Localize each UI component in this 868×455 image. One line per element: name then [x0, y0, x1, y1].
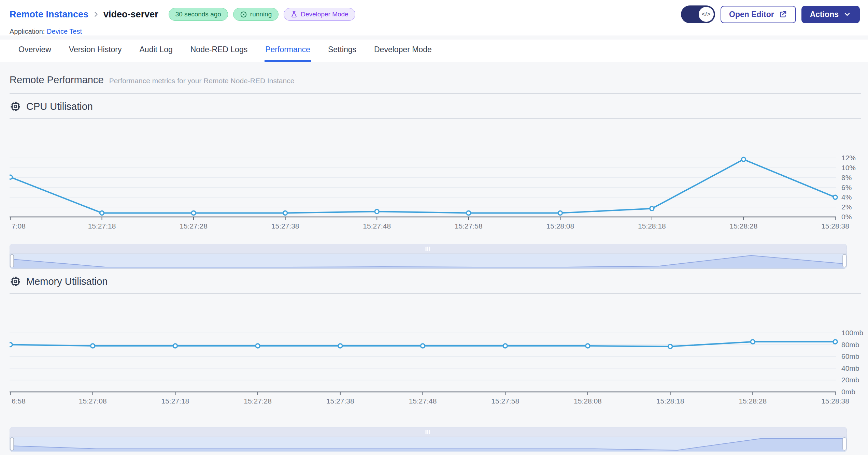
- application-link[interactable]: Device Test: [47, 28, 82, 35]
- svg-text:60mb: 60mb: [841, 352, 859, 360]
- svg-text:15:27:18: 15:27:18: [88, 222, 116, 230]
- svg-text:15:27:18: 15:27:18: [161, 397, 189, 405]
- svg-text:15:27:58: 15:27:58: [455, 222, 483, 230]
- tab-node-red-logs[interactable]: Node-RED Logs: [190, 40, 248, 62]
- tab-overview[interactable]: Overview: [18, 40, 52, 62]
- svg-text:0%: 0%: [841, 213, 852, 221]
- external-link-icon: [779, 10, 787, 19]
- tab-settings[interactable]: Settings: [327, 40, 357, 62]
- cpu-chip-icon: [10, 101, 21, 112]
- memory-section-label: Memory Utilisation: [26, 276, 108, 287]
- chevron-down-icon: [843, 10, 851, 18]
- memory-section-title: Memory Utilisation: [10, 276, 861, 287]
- cpu-section-divider: [10, 118, 861, 119]
- svg-text:80mb: 80mb: [841, 341, 859, 349]
- tab-developer-mode[interactable]: Developer Mode: [373, 40, 432, 62]
- open-editor-label: Open Editor: [729, 10, 774, 19]
- svg-text:15:28:38: 15:28:38: [821, 222, 849, 230]
- svg-text:100mb: 100mb: [841, 329, 863, 337]
- cpu-section-label: CPU Utilisation: [26, 101, 93, 112]
- svg-text:20mb: 20mb: [841, 376, 859, 384]
- svg-text:6%: 6%: [841, 184, 852, 191]
- svg-text:15:28:38: 15:28:38: [821, 397, 849, 405]
- memory-section: Memory Utilisation 0mb20mb40mb60mb80mb10…: [10, 276, 861, 452]
- memory-utilisation-chart: 0mb20mb40mb60mb80mb100mb6:5815:27:0815:2…: [10, 323, 865, 405]
- developer-mode-toggle[interactable]: </>: [681, 5, 715, 23]
- actions-label: Actions: [810, 10, 839, 19]
- performance-content: Remote Performance Performance metrics f…: [0, 62, 868, 452]
- page-subtitle: Performance metrics for your Remote Node…: [109, 77, 295, 85]
- svg-text:15:28:08: 15:28:08: [574, 397, 602, 405]
- svg-text:4%: 4%: [841, 193, 852, 201]
- svg-text:10%: 10%: [841, 164, 856, 172]
- svg-text:15:27:38: 15:27:38: [271, 222, 299, 230]
- svg-text:15:27:08: 15:27:08: [79, 397, 107, 405]
- developer-mode-badge: Developer Mode: [284, 8, 355, 21]
- breadcrumb-chevron-icon: [92, 10, 100, 18]
- last-seen-badge: 30 seconds ago: [169, 8, 228, 21]
- tab-performance[interactable]: Performance: [265, 40, 311, 62]
- last-seen-label: 30 seconds ago: [175, 11, 221, 18]
- cpu-utilisation-chart: 0%2%4%6%8%10%12%7:0815:27:1815:27:2815:2…: [10, 148, 865, 230]
- running-status-label: running: [250, 11, 272, 18]
- page-title: Remote Performance: [10, 74, 104, 86]
- svg-text:15:27:28: 15:27:28: [180, 222, 208, 230]
- memory-chip-icon: [10, 276, 21, 287]
- play-circle-icon: [240, 11, 247, 18]
- svg-text:40mb: 40mb: [841, 364, 859, 372]
- breadcrumb-parent-link[interactable]: Remote Instances: [10, 9, 88, 20]
- cpu-section-title: CPU Utilisation: [10, 101, 861, 112]
- tab-audit-log[interactable]: Audit Log: [139, 40, 173, 62]
- memory-section-divider: [10, 293, 861, 294]
- svg-text:15:28:18: 15:28:18: [638, 222, 666, 230]
- svg-text:15:27:58: 15:27:58: [491, 397, 519, 405]
- flask-icon: [290, 11, 298, 18]
- svg-text:15:27:48: 15:27:48: [363, 222, 391, 230]
- tab-version-history[interactable]: Version History: [68, 40, 123, 62]
- svg-text:15:27:48: 15:27:48: [409, 397, 437, 405]
- application-line: Application: Device Test: [10, 28, 860, 35]
- cpu-chart-range-slider[interactable]: [10, 244, 847, 269]
- svg-text:15:28:28: 15:28:28: [730, 222, 758, 230]
- svg-text:7:08: 7:08: [12, 222, 26, 230]
- cpu-section: CPU Utilisation 0%2%4%6%8%10%12%7:0815:2…: [10, 101, 861, 269]
- header-controls: </> Open Editor Actions: [681, 5, 860, 23]
- developer-mode-label: Developer Mode: [301, 11, 348, 18]
- svg-text:8%: 8%: [841, 174, 852, 181]
- open-editor-button[interactable]: Open Editor: [721, 6, 796, 23]
- svg-text:0mb: 0mb: [841, 388, 855, 396]
- breadcrumb-current: video-server: [103, 9, 158, 20]
- application-label: Application:: [10, 28, 45, 35]
- code-icon: </>: [699, 7, 714, 22]
- svg-text:15:28:28: 15:28:28: [739, 397, 767, 405]
- svg-text:2%: 2%: [841, 203, 852, 211]
- running-status-badge: running: [233, 8, 279, 21]
- svg-text:15:28:18: 15:28:18: [656, 397, 684, 405]
- svg-text:12%: 12%: [841, 154, 856, 162]
- title-divider: [10, 93, 861, 94]
- actions-button[interactable]: Actions: [801, 6, 860, 23]
- memory-chart-range-slider[interactable]: [10, 427, 847, 452]
- svg-text:15:27:38: 15:27:38: [326, 397, 354, 405]
- page-header: Remote Instances video-server 30 seconds…: [0, 0, 868, 35]
- svg-text:6:58: 6:58: [12, 397, 26, 405]
- svg-text:15:28:08: 15:28:08: [546, 222, 574, 230]
- status-badges: 30 seconds ago running Developer Mode: [169, 8, 355, 21]
- svg-text:15:27:28: 15:27:28: [244, 397, 272, 405]
- tab-bar: Overview Version History Audit Log Node-…: [0, 40, 868, 62]
